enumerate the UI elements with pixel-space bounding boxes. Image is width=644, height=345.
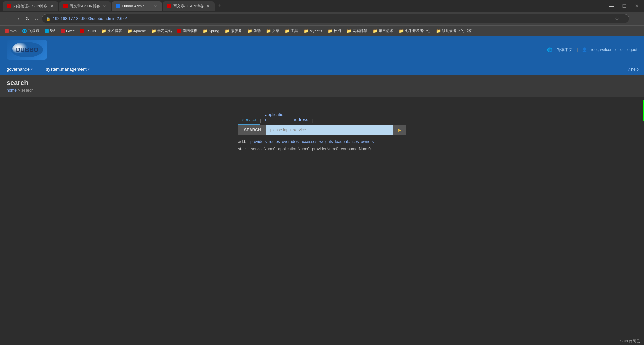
search-tabs: service | application | address | [238, 111, 406, 125]
bookmark-wenzhang-label: 文章 [272, 28, 279, 33]
reload-button[interactable]: ↻ [24, 15, 31, 23]
bookmark-xuexiwz-label: 学习网站 [157, 28, 172, 33]
search-input[interactable] [266, 125, 393, 135]
tab-close-1[interactable]: ✕ [49, 4, 54, 9]
breadcrumb: home > search [7, 88, 637, 93]
tab-1[interactable]: 内容管理-CSDN博客 ✕ [3, 1, 58, 11]
link-overrides[interactable]: overrides [282, 139, 299, 144]
nav-governance[interactable]: governance ▾ [0, 63, 39, 75]
dubbo-logo[interactable]: DUBBO [7, 40, 47, 60]
tab-3[interactable]: Dubbo Admin ✕ [112, 1, 162, 11]
bookmark-feisu[interactable]: 🌐 飞极速 [20, 28, 41, 34]
folder-icon-10: 📁 [328, 29, 333, 33]
bookmark-spring[interactable]: 📁 Spring [201, 28, 221, 34]
minimize-button[interactable]: — [607, 2, 617, 10]
tab-favicon-4 [167, 4, 171, 8]
bookmark-meiri[interactable]: 📁 每日必读 [371, 28, 395, 34]
home-button[interactable]: ⌂ [34, 15, 39, 23]
stat-label: stat: [238, 147, 248, 151]
bookmark-csdn[interactable]: CSDN [78, 28, 98, 34]
tab-close-3[interactable]: ✕ [153, 4, 158, 9]
nav-help[interactable]: ? help [628, 67, 644, 72]
tab-close-2[interactable]: ✕ [102, 4, 107, 9]
tab-favicon-1 [7, 4, 11, 8]
bookmark-mybatis[interactable]: 📁 Mybatis [302, 28, 324, 34]
tab-address[interactable]: address [288, 116, 312, 125]
bookmark-gitee[interactable]: Gitee [59, 28, 77, 34]
bookmark-qianduan[interactable]: 📁 前端 [245, 28, 263, 34]
nav-governance-arrow: ▾ [31, 67, 33, 71]
stat-consumer-num: consumerNum:0 [341, 147, 371, 151]
svg-text:DUBBO: DUBBO [16, 47, 38, 53]
mvn-icon [5, 29, 9, 33]
link-providers[interactable]: providers [250, 139, 267, 144]
bookmark-qiniu[interactable]: 📁 七牛开发者中心 [397, 28, 433, 34]
add-row: add: providers routes overrides accesses… [238, 139, 406, 144]
bookmark-star-icon[interactable]: ☆ [615, 16, 619, 21]
bookmark-weifuwu[interactable]: 📁 微服务 [223, 28, 244, 34]
bookmark-xiaoz[interactable]: 📁 校招 [326, 28, 343, 34]
bookmark-wangyi-label: 网易邮箱 [353, 28, 367, 33]
link-weights[interactable]: weights [319, 139, 333, 144]
forward-button[interactable]: → [14, 15, 21, 23]
bookmark-csdn-label: CSDN [85, 29, 96, 33]
dubbo-logo-svg: DUBBO [10, 41, 44, 58]
bookmark-apache[interactable]: 📁 Apache [125, 28, 148, 34]
bookmark-jishu[interactable]: 📁 技术博客 [99, 28, 124, 34]
bookmark-weifuwu-label: 微服务 [231, 28, 242, 33]
jianli-icon [177, 29, 181, 33]
bookmark-mobile[interactable]: 📁 移动设备上的书签 [434, 28, 474, 34]
window-controls: — ❐ ✕ [607, 2, 641, 10]
language-icon: 🌐 [547, 47, 552, 52]
bookmark-jianli-label: 简历模板 [182, 28, 197, 33]
close-button[interactable]: ✕ [632, 2, 641, 10]
feisu-icon: 🌐 [22, 29, 27, 33]
bookmarks-bar: mvn 🌐 飞极速 B站 Gitee CSDN 📁 技术博客 📁 Apache … [0, 25, 644, 36]
bookmark-qiniu-label: 七牛开发者中心 [405, 28, 431, 33]
user-welcome: root, welcome [591, 47, 616, 52]
header-right: 🌐 简体中文 | 👤 root, welcome ⎋ logout [547, 47, 637, 53]
link-loadbalances[interactable]: loadbalances [335, 139, 359, 144]
bookmark-wenzhang[interactable]: 📁 文章 [264, 28, 281, 34]
bookmark-jianli[interactable]: 简历模板 [175, 28, 199, 34]
language-link[interactable]: 简体中文 [556, 47, 573, 53]
search-box: SEARCH ➤ [238, 125, 406, 135]
search-go-button[interactable]: ➤ [393, 125, 406, 135]
more-icon[interactable]: ⋮ [621, 16, 625, 21]
logout-link[interactable]: logout [626, 47, 637, 52]
bookmark-xiaoz-label: 校招 [334, 28, 341, 33]
tab-service[interactable]: service [238, 116, 260, 125]
breadcrumb-home[interactable]: home [7, 88, 17, 93]
tab-4[interactable]: 写文章-CSDN博客 ✕ [163, 1, 215, 11]
folder-icon-5: 📁 [225, 29, 230, 33]
address-icons: ☆ ⋮ [615, 16, 625, 21]
search-button[interactable]: SEARCH [238, 125, 266, 135]
back-button[interactable]: ← [4, 15, 11, 23]
add-stat-section: add: providers routes overrides accesses… [238, 139, 406, 151]
bookmark-xuexiwz[interactable]: 📁 学习网站 [149, 28, 174, 34]
bookmark-wangyi[interactable]: 📁 网易邮箱 [344, 28, 369, 34]
link-owners[interactable]: owners [361, 139, 374, 144]
page-title: search [7, 79, 637, 87]
folder-icon-8: 📁 [285, 29, 290, 33]
address-input[interactable]: 🔒 192.168.17.132:9000/dubbo-admin-2.6.0/… [42, 14, 629, 23]
bookmark-mvn[interactable]: mvn [3, 28, 19, 34]
tab-2[interactable]: 写文章-CSDN博客 ✕ [59, 1, 111, 11]
link-accesses[interactable]: accesses [301, 139, 317, 144]
tab-label-3: Dubbo Admin [122, 4, 151, 8]
bookmark-gongju[interactable]: 📁 工具 [283, 28, 300, 34]
tab-label-1: 内容管理-CSDN博客 [13, 4, 47, 9]
folder-icon-7: 📁 [266, 29, 271, 33]
tab-close-4[interactable]: ✕ [206, 4, 211, 9]
new-tab-button[interactable]: + [215, 1, 225, 11]
bookmark-gongju-label: 工具 [291, 28, 298, 33]
app-header: DUBBO 🌐 简体中文 | 👤 root, welcome ⎋ logout [0, 36, 644, 63]
bookmark-bzhan[interactable]: B站 [43, 28, 58, 34]
link-routes[interactable]: routes [269, 139, 280, 144]
extensions-button[interactable]: ⋮ [632, 14, 640, 23]
maximize-button[interactable]: ❐ [620, 2, 629, 10]
folder-icon-9: 📁 [304, 29, 309, 33]
nav-system-management[interactable]: system.management ▾ [39, 63, 96, 75]
folder-icon-4: 📁 [203, 29, 208, 33]
tab-application[interactable]: application [261, 111, 287, 125]
